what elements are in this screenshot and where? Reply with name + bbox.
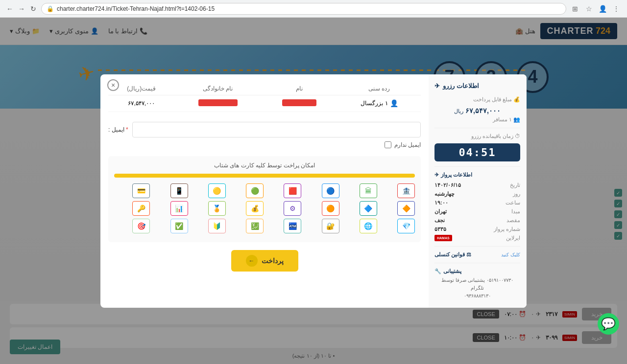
support-text: ۰۵۱۹۱۰۰۷۷۳۰ پشتیبانی صرفا توسط تلگرام ۰۹… (434, 276, 520, 300)
url-bar[interactable]: 🔒 charter.charter724.in/Ticket-Tehran-Na… (41, 3, 566, 15)
airline-row: ایرلاین HAMAS (434, 235, 520, 241)
currency-label: ریال (454, 108, 463, 114)
support-section: پشتیبانی 🔧 ۰۵۱۹۱۰۰۷۷۳۰ پشتیبانی صرفا توس… (434, 268, 520, 300)
lastname-cell (175, 95, 261, 112)
time-value: ۱۹:۰۰ (434, 200, 448, 206)
payment-amount: ۶۷,۵۴۷,۰۰۰ ریال (434, 107, 520, 114)
bank-icons-row3: 💎🌐🔐🏧💹🔰✅🎯 (114, 219, 415, 233)
no-email-checkbox[interactable] (385, 141, 391, 148)
bank-icon-b10[interactable]: 🔷 (360, 201, 377, 216)
lastname-redacted (198, 99, 238, 106)
th-age-category: رده سنی (338, 82, 421, 95)
countdown-timer: 04:51 (434, 143, 520, 161)
profile-icon[interactable]: 👤 (598, 4, 607, 14)
modal-main-content: رده سنی نام نام خانوادگی قیمت(ریال) 👤 ۱ (100, 74, 429, 308)
bank-icon-b11[interactable]: 🟠 (322, 201, 339, 216)
dest-label: مقصد (506, 217, 520, 224)
reservation-info-panel: اطلاعات رزرو ✈ 💰 مبلغ قابل پرداخت ۶۷,۵۴۷… (429, 74, 527, 308)
bookmark-icon[interactable]: ☆ (584, 4, 594, 14)
payment-section: امکان پراخت توسط کلیه کارت های شتاب 🏦🏛🔵🟥… (108, 156, 421, 242)
payment-amount-row: 💰 مبلغ قابل پرداخت (434, 96, 520, 103)
divider-4 (434, 263, 520, 263)
bank-icon-b6[interactable]: 🟡 (208, 183, 226, 198)
origin-value: تهران (434, 208, 447, 215)
support-title: پشتیبانی 🔧 (434, 268, 520, 274)
bank-icon-b21[interactable]: 💹 (246, 219, 264, 233)
bank-icon-b23[interactable]: ✅ (170, 219, 188, 233)
reservation-info-label: اطلاعات رزرو (443, 82, 479, 90)
age-category-cell: 👤 ۱ بزرگسال (338, 95, 421, 112)
email-section: * ایمیل : ایمیل ندارم (108, 122, 421, 148)
email-input[interactable] (132, 122, 421, 137)
bank-icon-b9[interactable]: 🔶 (397, 201, 415, 216)
time-row: ساعت ۱۹:۰۰ (434, 200, 520, 206)
bank-icon-b1[interactable]: 🏦 (397, 183, 415, 198)
flight-info-title: اطلاعات پرواز ✈ (434, 172, 520, 178)
bank-icon-b16[interactable]: 🔑 (132, 201, 150, 216)
origin-row: مبدا تهران (434, 208, 520, 215)
email-required-star: * (126, 126, 128, 133)
cancellation-link[interactable]: کلیک کنید (501, 252, 520, 257)
name-redacted (282, 99, 316, 106)
bank-icon-b5[interactable]: 🟢 (246, 183, 264, 198)
divider-2 (434, 166, 520, 167)
modal-overlay: × اطلاعات رزرو ✈ 💰 مبلغ قابل پرداخت ۶۷,۵… (0, 18, 627, 364)
pay-button[interactable]: پرداخت ← (231, 250, 298, 272)
clock-icon: ⏱ (515, 133, 520, 139)
site-background: 📞 ارتباط با ما 👤 منوی کاربری ▾ 📁 وبلاگ ▾… (0, 18, 627, 364)
bank-icon-b3[interactable]: 🔵 (322, 183, 339, 198)
refresh-button[interactable]: ↻ (29, 5, 37, 13)
bank-icon-b12[interactable]: ⚙ (284, 201, 301, 216)
bank-icon-b15[interactable]: 📊 (170, 201, 188, 216)
origin-label: مبدا (511, 208, 520, 215)
bank-icon-b24[interactable]: 🎯 (132, 219, 150, 233)
divider-3 (434, 246, 520, 247)
bank-icon-b19[interactable]: 🔐 (322, 219, 339, 233)
timer-label-row: ⏱ زمان باقیمانده رزرو (434, 133, 520, 139)
pay-button-row: پرداخت ← (108, 250, 421, 272)
bank-icon-b13[interactable]: 💰 (246, 201, 264, 216)
age-cat-value: بزرگسال (361, 100, 383, 107)
bank-icon-b7[interactable]: 📱 (170, 183, 188, 198)
timer-label: ⏱ زمان باقیمانده رزرو (471, 133, 520, 139)
table-body: 👤 ۱ بزرگسال ۶۷,۵۴۷,۰۰۰ (108, 95, 421, 112)
bank-icons-row2: 🔶🔷🟠⚙💰🏅📊🔑 (114, 201, 415, 216)
passenger-icon: 👥 (513, 116, 520, 123)
day-row: روز چهارشنبه (434, 191, 520, 197)
payment-label: 💰 مبلغ قابل پرداخت (473, 96, 520, 103)
time-label: ساعت (506, 200, 520, 206)
flight-num-value: ۵۳۳۵ (434, 226, 446, 232)
extensions-icon[interactable]: ⊞ (570, 4, 580, 14)
price-cell: ۶۷,۵۴۷,۰۰۰ (108, 95, 175, 112)
airline-label: ایرلاین (506, 235, 520, 241)
bank-icon-b14[interactable]: 🏅 (208, 201, 226, 216)
table-header: رده سنی نام نام خانوادگی قیمت(ریال) (108, 82, 421, 95)
bank-icon-b8[interactable]: 💳 (132, 183, 150, 198)
email-field-row: * ایمیل : (108, 122, 421, 137)
bank-icon-b4[interactable]: 🟥 (284, 183, 301, 198)
day-label: روز (513, 191, 520, 197)
forward-button[interactable]: → (18, 5, 25, 13)
bank-icon-b2[interactable]: 🏛 (360, 183, 377, 198)
email-label: * ایمیل : (108, 126, 128, 133)
payment-title: امکان پراخت توسط کلیه کارت های شتاب (114, 162, 415, 169)
scales-icon: ⚖ (466, 251, 471, 258)
menu-icon[interactable]: ⋮ (611, 4, 621, 14)
modal-close-button[interactable]: × (107, 79, 119, 91)
browser-chrome: ← → ↻ 🔒 charter.charter724.in/Ticket-Teh… (0, 0, 627, 18)
bank-icon-b22[interactable]: 🔰 (208, 219, 226, 233)
date-value: ۱۴۰۲/۰۶/۱۵ (434, 182, 461, 188)
dest-value: نجف (434, 217, 445, 224)
whatsapp-button[interactable]: 💬 (598, 313, 619, 335)
url-text: charter.charter724.in/Ticket-Tehran-Naja… (57, 5, 215, 12)
destination-row: مقصد نجف (434, 217, 520, 224)
back-button[interactable]: ← (6, 5, 14, 13)
table-row: 👤 ۱ بزرگسال ۶۷,۵۴۷,۰۰۰ (108, 95, 421, 112)
airline-logo: HAMAS (434, 235, 452, 241)
cancellation-row: کلیک کنید ⚖ قوانین کنسلی (434, 251, 520, 258)
no-email-label: ایمیل ندارم (394, 141, 421, 148)
bank-icon-b18[interactable]: 🌐 (360, 219, 377, 233)
bank-icon-b20[interactable]: 🏧 (284, 219, 301, 233)
bank-icon-b17[interactable]: 💎 (397, 219, 415, 233)
money-icon: 💰 (513, 96, 520, 103)
